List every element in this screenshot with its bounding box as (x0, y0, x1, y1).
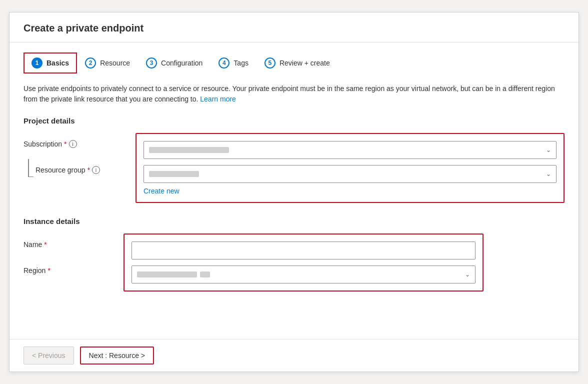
instance-details-section: Instance details Name * Region * (24, 217, 564, 292)
step-number-tags: 4 (218, 58, 230, 68)
project-details-section: Project details Subscription * i (24, 116, 564, 203)
learn-more-link[interactable]: Learn more (200, 95, 236, 103)
step-label-configuration: Configuration (161, 59, 202, 67)
main-content: 1 Basics 2 Resource 3 Configuration 4 Ta… (10, 42, 578, 339)
step-basics[interactable]: 1 Basics (24, 52, 77, 74)
step-resource[interactable]: 2 Resource (77, 52, 138, 74)
step-number-basics: 1 (32, 58, 42, 68)
chevron-down-icon-region: ⌄ (465, 271, 470, 278)
step-number-review: 5 (264, 58, 276, 68)
step-label-basics: Basics (46, 59, 69, 67)
instance-controls-group: ⌄ (124, 234, 484, 292)
region-select[interactable]: ⌄ (132, 266, 476, 284)
step-number-resource: 2 (85, 58, 96, 68)
instance-details-heading: Instance details (24, 217, 564, 226)
steps-nav: 1 Basics 2 Resource 3 Configuration 4 Ta… (24, 52, 564, 74)
subscription-label: Subscription * i (24, 136, 124, 148)
title-bar: Create a private endpoint (10, 12, 578, 42)
footer: < Previous Next : Resource > (10, 339, 578, 372)
region-value (137, 272, 197, 278)
step-label-resource: Resource (100, 59, 130, 67)
region-label: Region * (24, 262, 124, 274)
subscription-info-icon[interactable]: i (69, 140, 77, 148)
connector-line-svg (24, 159, 34, 177)
resource-group-value (149, 171, 199, 177)
description-text: Use private endpoints to privately conne… (24, 84, 564, 104)
subscription-select[interactable]: ⌄ (144, 141, 556, 159)
resource-group-info-icon[interactable]: i (92, 166, 100, 174)
page-title: Create a private endpoint (24, 22, 564, 34)
project-details-heading: Project details (24, 116, 564, 125)
next-button[interactable]: Next : Resource > (80, 346, 154, 364)
step-tags[interactable]: 4 Tags (210, 52, 256, 74)
step-review-create[interactable]: 5 Review + create (256, 52, 338, 74)
chevron-down-icon-rg: ⌄ (546, 170, 551, 178)
name-label: Name * (24, 236, 124, 248)
step-label-review: Review + create (280, 59, 330, 67)
subscription-value (149, 147, 229, 153)
resource-group-label: Resource group * i (36, 162, 136, 174)
name-input[interactable] (132, 242, 476, 260)
project-controls-group: ⌄ ⌄ Create new (136, 133, 564, 203)
step-label-tags: Tags (234, 59, 248, 67)
step-configuration[interactable]: 3 Configuration (138, 52, 210, 74)
chevron-down-icon: ⌄ (546, 146, 551, 154)
previous-button[interactable]: < Previous (24, 346, 74, 364)
create-new-link[interactable]: Create new (144, 187, 556, 195)
resource-group-select[interactable]: ⌄ (144, 165, 556, 183)
step-number-configuration: 3 (146, 58, 157, 68)
